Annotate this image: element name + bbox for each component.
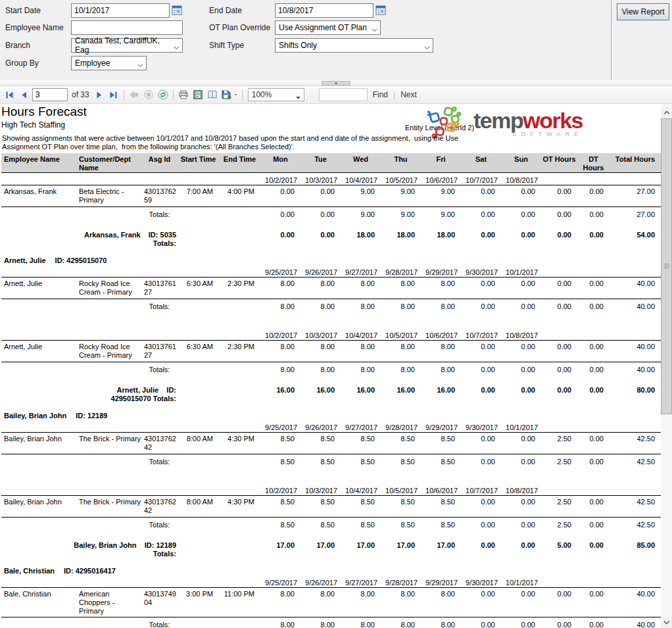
- grand-total-cell: 40.00: [610, 621, 661, 628]
- group-grand-total-cell: 80.00: [610, 386, 661, 403]
- customer-cell: American Choppers - Primary: [79, 590, 141, 616]
- find-button[interactable]: Find: [373, 90, 388, 99]
- first-page-icon[interactable]: [2, 87, 16, 102]
- group-by-select[interactable]: Employee: [71, 56, 147, 70]
- totals-row: Totals:8.008.008.008.008.000.000.000.000…: [1, 617, 661, 628]
- print-icon[interactable]: [176, 87, 191, 102]
- report-viewer-window: Start Date End Date Employee Name OT Pla…: [0, 0, 672, 628]
- group-day-total-cell: 17.00: [421, 541, 461, 558]
- group-day-total-cell: 16.00: [341, 386, 381, 403]
- spacer-row: [1, 375, 661, 385]
- page-setup-icon[interactable]: [205, 87, 220, 102]
- date-cell: 9/25/2017: [260, 423, 300, 432]
- day-total-cell: 0.00: [260, 210, 300, 220]
- zoom-select[interactable]: 100%: [248, 88, 304, 101]
- column-header: Asg Id: [141, 155, 178, 172]
- report-toolbar: of 33 100% Find | Next: [0, 86, 672, 104]
- start-time-cell: 6:30 AM: [178, 343, 219, 360]
- scroll-down-icon[interactable]: [661, 617, 672, 628]
- stop-icon[interactable]: [141, 87, 156, 102]
- week-dates-row: 10/2/201710/3/201710/4/201710/5/201710/6…: [1, 328, 661, 341]
- vertical-scrollbar: [661, 104, 672, 628]
- day-hours-cell: 8.00: [260, 279, 300, 297]
- day-hours-cell: 8.00: [341, 279, 381, 297]
- date-cell: 9/27/2017: [341, 268, 381, 277]
- print-layout-icon[interactable]: [191, 87, 205, 102]
- ot-total-cell: 2.50: [541, 458, 577, 468]
- column-header: Mon: [260, 155, 300, 172]
- day-total-cell: 8.50: [421, 458, 461, 468]
- dt-hours-cell: 0.00: [577, 435, 610, 452]
- ot-hours-cell: 0.00: [541, 279, 577, 297]
- group-ot-total-cell: 0.00: [541, 231, 577, 248]
- empty-cell: [178, 621, 219, 628]
- day-total-cell: 0.00: [501, 621, 541, 628]
- next-page-icon[interactable]: [92, 87, 107, 102]
- empty-cell: [178, 541, 219, 558]
- dt-total-cell: 0.00: [577, 621, 610, 628]
- day-hours-cell: 8.00: [381, 590, 421, 616]
- day-hours-cell: 8.50: [341, 498, 381, 516]
- end-time-cell: 2:30 PM: [219, 343, 260, 360]
- day-hours-cell: 0.00: [501, 279, 541, 297]
- start-date-input[interactable]: [71, 3, 170, 18]
- empty-cell: [219, 521, 260, 531]
- column-header: DT Hours: [577, 155, 610, 172]
- date-cell: 10/6/2017: [421, 176, 461, 185]
- group-totals-label: Arkansas, Frank ID: 5035Totals:: [1, 231, 178, 248]
- empty-cell: [219, 621, 260, 628]
- ot-plan-override-select[interactable]: Use Assignment OT Plan: [275, 20, 381, 35]
- ot-hours-cell: 2.50: [541, 498, 577, 516]
- find-next-button[interactable]: Next: [400, 90, 417, 99]
- day-total-cell: 8.00: [341, 621, 381, 628]
- day-total-cell: 8.00: [381, 621, 421, 628]
- view-report-button[interactable]: View Report: [617, 3, 669, 20]
- collapse-parameters-handle[interactable]: ▲: [322, 81, 350, 85]
- total-hours-cell: 40.00: [610, 590, 661, 616]
- day-total-cell: 8.00: [381, 366, 421, 375]
- empty-cell: [79, 521, 141, 531]
- shift-type-select[interactable]: Shifts Only: [275, 38, 433, 53]
- branch-select[interactable]: Canada Test, CardiffUK, Eag: [71, 38, 183, 53]
- export-icon[interactable]: [220, 87, 239, 102]
- day-hours-cell: 8.00: [341, 343, 381, 360]
- date-cell: 9/27/2017: [341, 423, 381, 432]
- last-page-icon[interactable]: [107, 87, 121, 102]
- day-total-cell: 9.00: [341, 210, 381, 220]
- scrollbar-thumb[interactable]: [661, 118, 672, 414]
- empty-cell: [1, 210, 79, 220]
- end-time-cell: 4:30 PM: [219, 435, 260, 452]
- group-dt-total-cell: 0.00: [577, 231, 610, 248]
- grand-total-cell: 42.50: [610, 521, 661, 531]
- total-hours-cell: 42.50: [610, 498, 661, 516]
- find-text-input[interactable]: [319, 88, 368, 101]
- day-total-cell: 0.00: [461, 366, 501, 375]
- asg-id-cell: 43013761 27: [141, 343, 178, 360]
- date-cell: 9/28/2017: [381, 579, 421, 587]
- end-date-input[interactable]: [275, 3, 373, 18]
- day-total-cell: 8.00: [300, 366, 341, 375]
- day-total-cell: 8.00: [260, 366, 300, 375]
- empty-cell: [1, 458, 79, 468]
- day-total-cell: 0.00: [501, 521, 541, 531]
- start-date-calendar-icon[interactable]: [172, 5, 183, 16]
- employee-name-input[interactable]: [71, 20, 183, 35]
- toolbar-separator: [242, 89, 243, 101]
- column-header: Customer/Dept Name: [79, 155, 141, 172]
- day-total-cell: 0.00: [300, 210, 341, 220]
- totals-row: Totals:8.008.008.008.008.000.000.000.000…: [1, 362, 661, 375]
- date-cell: 10/5/2017: [381, 176, 421, 185]
- end-date-calendar-icon[interactable]: [375, 5, 387, 16]
- date-cell: 10/4/2017: [341, 487, 381, 495]
- back-icon[interactable]: [127, 87, 141, 102]
- group-employee-name: Bailey, Brian John: [4, 412, 66, 420]
- date-cell: 10/1/2017: [501, 423, 541, 432]
- scroll-up-icon[interactable]: [661, 107, 672, 118]
- previous-page-icon[interactable]: [16, 87, 31, 102]
- current-page-input[interactable]: [32, 88, 68, 101]
- total-hours-cell: 40.00: [610, 279, 661, 297]
- refresh-icon[interactable]: [156, 87, 170, 102]
- day-total-cell: 8.00: [300, 302, 341, 312]
- employee-name-label: Employee Name: [5, 23, 64, 32]
- report-title: Hours Forecast: [1, 105, 87, 119]
